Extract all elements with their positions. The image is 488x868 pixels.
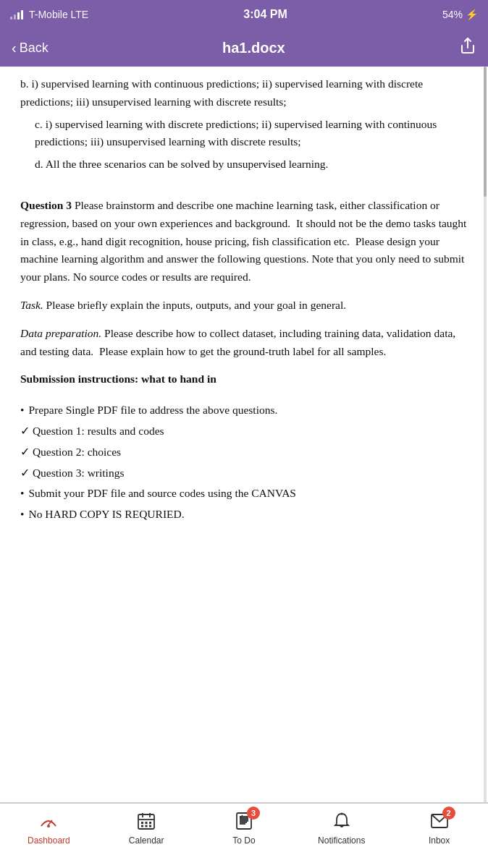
data-prep-label: Data preparation. [20, 327, 101, 339]
tab-calendar-label: Calendar [129, 835, 164, 846]
list-item-b: b. i) supervised learning with continuou… [20, 75, 468, 111]
check-1-text: ✓ Question 1: results and codes [20, 422, 164, 441]
svg-point-1 [47, 825, 50, 827]
task-section: Task. Please briefly explain the inputs,… [20, 297, 468, 315]
status-right: 54% ⚡ [442, 9, 478, 20]
check-item-1: ✓ Question 1: results and codes [20, 422, 468, 441]
list-item-d: d. All the three scenarios can be solved… [35, 156, 468, 174]
calendar-icon [135, 809, 158, 833]
data-prep-text: Data preparation. Please describe how to… [20, 325, 468, 361]
tab-todo[interactable]: 3 To Do [195, 809, 293, 846]
chevron-left-icon: ‹ [12, 40, 17, 56]
todo-icon: 3 [232, 809, 256, 833]
svg-rect-7 [141, 822, 143, 824]
check-item-3: ✓ Question 3: writings [20, 464, 468, 482]
time-label: 3:04 PM [243, 8, 287, 21]
bell-icon [330, 809, 353, 833]
bullet-item-1: • Prepare Single PDF file to address the… [20, 401, 468, 420]
list-item-c-text: c. i) supervised learning with discrete … [35, 118, 437, 148]
tab-bar: Dashboard Calendar [0, 803, 488, 868]
status-bar: T-Mobile LTE 3:04 PM 54% ⚡ [0, 0, 488, 29]
submission-list: • Prepare Single PDF file to address the… [20, 401, 468, 524]
tab-inbox-label: Inbox [429, 835, 450, 846]
tab-dashboard-label: Dashboard [28, 835, 70, 846]
svg-rect-8 [146, 822, 148, 824]
carrier-label: T-Mobile LTE [29, 9, 88, 20]
task-body: Please briefly explain the inputs, outpu… [43, 299, 346, 311]
check-2-text: ✓ Question 2: choices [20, 443, 121, 461]
battery-icon: ⚡ [466, 9, 478, 20]
share-button[interactable] [459, 37, 476, 59]
bullet-3-marker: • [20, 506, 24, 524]
svg-rect-9 [149, 822, 151, 824]
tab-notifications-label: Notifications [318, 835, 365, 846]
question3-label: Question 3 [20, 199, 72, 211]
list-item-b-text: b. i) supervised learning with continuou… [20, 77, 426, 108]
svg-rect-12 [149, 825, 151, 827]
tab-inbox[interactable]: 2 Inbox [390, 809, 488, 846]
question3-text: Question 3 Please brainstorm and describ… [20, 197, 468, 286]
submission-heading: Submission instructions: what to hand in [20, 370, 468, 388]
list-item-c: c. i) supervised learning with discrete … [35, 116, 468, 152]
bullet-1-marker: • [20, 401, 24, 420]
svg-rect-11 [146, 825, 148, 827]
todo-badge: 3 [247, 807, 260, 820]
tab-dashboard[interactable]: Dashboard [0, 809, 98, 846]
bullet-2-marker: • [20, 485, 24, 503]
document-content: b. i) supervised learning with continuou… [0, 67, 488, 803]
list-item-d-text: d. All the three scenarios can be solved… [35, 158, 328, 170]
bullet-1-text: Prepare Single PDF file to address the a… [28, 401, 277, 420]
tab-todo-label: To Do [232, 835, 255, 846]
svg-point-22 [340, 813, 342, 815]
battery-label: 54% [442, 9, 463, 20]
bullet-2-text: Submit your PDF file and source codes us… [28, 485, 296, 503]
status-left: T-Mobile LTE [10, 9, 88, 20]
question3-body: Please brainstorm and describe one machi… [20, 199, 466, 283]
back-label: Back [20, 41, 49, 56]
scrollbar-thumb[interactable] [484, 67, 487, 197]
data-prep-section: Data preparation. Please describe how to… [20, 325, 468, 361]
dashboard-icon [37, 809, 60, 833]
check-3-text: ✓ Question 3: writings [20, 464, 124, 482]
signal-icon [10, 10, 23, 20]
tab-calendar[interactable]: Calendar [98, 809, 195, 846]
task-text: Task. Please briefly explain the inputs,… [20, 297, 468, 315]
scrollbar-track [484, 67, 487, 803]
list-section: b. i) supervised learning with continuou… [20, 75, 468, 174]
submission-section: Submission instructions: what to hand in… [20, 370, 468, 524]
task-label: Task. [20, 299, 43, 311]
nav-bar: ‹ Back ha1.docx [0, 29, 488, 67]
bullet-item-2: • Submit your PDF file and source codes … [20, 485, 468, 503]
back-button[interactable]: ‹ Back [12, 40, 49, 56]
question3-section: Question 3 Please brainstorm and describ… [20, 197, 468, 286]
svg-rect-10 [141, 825, 143, 827]
inbox-badge: 2 [442, 807, 455, 820]
tab-notifications[interactable]: Notifications [293, 809, 390, 846]
page-title: ha1.docx [222, 40, 285, 56]
bullet-item-3: • No HARD COPY IS REQURIED. [20, 506, 468, 524]
inbox-icon: 2 [428, 809, 451, 833]
bullet-3-text: No HARD COPY IS REQURIED. [28, 506, 184, 524]
check-item-2: ✓ Question 2: choices [20, 443, 468, 461]
